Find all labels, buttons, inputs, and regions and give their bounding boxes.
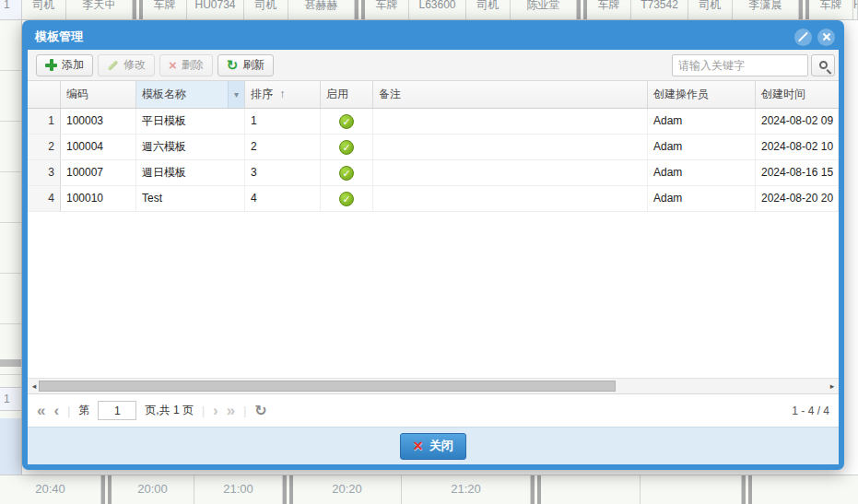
- green-check-icon: ✓: [339, 140, 354, 155]
- cell-operator: Adam: [648, 135, 756, 159]
- cell-remark: [373, 186, 648, 211]
- bg-cell: HU0734: [187, 0, 244, 19]
- header-code[interactable]: 编码: [61, 81, 136, 108]
- cell-enabled: ✓: [321, 186, 373, 211]
- cell-created: 2024-08-02 09: [756, 109, 839, 134]
- green-check-icon: ✓: [339, 192, 354, 206]
- table-row[interactable]: 1 100003 平日模板 1 ✓ Adam 2024-08-02 09: [28, 109, 839, 135]
- header-created[interactable]: 创建时间: [756, 81, 839, 108]
- table-row[interactable]: 2 100004 週六模板 2 ✓ Adam 2024-08-02 10: [28, 135, 839, 160]
- delete-button[interactable]: × 删除: [159, 54, 213, 76]
- cell-code: 100007: [61, 160, 136, 185]
- header-enabled[interactable]: 启用: [321, 81, 373, 108]
- minimize-icon[interactable]: [794, 29, 812, 46]
- cell-created: 2024-08-02 10: [756, 135, 839, 159]
- bg-cell: L63600: [409, 0, 466, 19]
- bg-cell: 车牌: [809, 0, 853, 19]
- background-left-column: 1: [0, 20, 22, 475]
- bg-cell: 车牌: [587, 0, 631, 19]
- delete-x-icon: ×: [169, 59, 177, 71]
- scroll-right-icon[interactable]: ▸: [826, 379, 839, 393]
- cell-rownum: 1: [28, 109, 61, 134]
- dialog-footer: × 关闭: [28, 427, 839, 464]
- total-pages-label: 页,共 1 页: [145, 403, 194, 418]
- divider: [531, 475, 541, 504]
- cell-operator: Adam: [648, 109, 756, 134]
- header-remark[interactable]: 备注: [373, 81, 648, 108]
- time-cell: [541, 475, 641, 504]
- cell-order: 4: [245, 186, 321, 211]
- add-button-label: 添加: [62, 57, 84, 73]
- cell-rownum: 2: [28, 135, 61, 159]
- header-order[interactable]: 排序 ↑: [245, 81, 321, 108]
- refresh-button-label: 刷新: [242, 57, 264, 73]
- time-cell: [641, 475, 742, 504]
- cell-remark: [373, 135, 648, 159]
- cell-order: 2: [245, 135, 321, 159]
- bg-selected-cell: [0, 418, 21, 475]
- table-row[interactable]: 4 100010 Test 4 ✓ Adam 2024-08-20 20: [28, 186, 839, 212]
- close-icon[interactable]: [817, 29, 835, 46]
- bg-cell: HU0545: [853, 0, 858, 19]
- header-rownum: [28, 81, 61, 108]
- bg-cell: 车牌: [365, 0, 409, 19]
- cell-code: 100010: [61, 186, 136, 211]
- cell-rownum: 3: [28, 160, 61, 185]
- last-page-icon[interactable]: »: [227, 403, 235, 419]
- cell-name: 平日模板: [136, 109, 245, 134]
- template-management-dialog: 模板管理 添加 修改 × 删除 ↻ 刷新 编码 模板: [22, 20, 844, 470]
- search-input[interactable]: [672, 54, 808, 76]
- divider: [283, 475, 293, 504]
- red-x-icon: ×: [413, 438, 423, 454]
- table-row[interactable]: 3 100007 週日模板 3 ✓ Adam 2024-08-16 15: [28, 160, 839, 186]
- dialog-title: 模板管理: [35, 29, 789, 45]
- cell-name: Test: [136, 186, 245, 211]
- chevron-down-icon[interactable]: ▾: [228, 81, 244, 108]
- bg-cell: 司机: [688, 0, 733, 19]
- time-cell: 20:00: [112, 475, 194, 504]
- cell-name: 週日模板: [136, 160, 245, 185]
- prev-page-icon[interactable]: ‹: [53, 403, 59, 419]
- cell-code: 100003: [61, 109, 136, 134]
- magnifier-icon: [819, 61, 828, 69]
- first-page-icon[interactable]: «: [37, 403, 45, 419]
- grid-body: 1 100003 平日模板 1 ✓ Adam 2024-08-02 09 2 1…: [28, 109, 839, 378]
- next-page-icon[interactable]: ›: [213, 403, 218, 419]
- record-range-label: 1 - 4 / 4: [792, 404, 829, 417]
- separator: |: [243, 404, 246, 417]
- add-button[interactable]: 添加: [36, 54, 93, 76]
- refresh-button[interactable]: ↻ 刷新: [217, 54, 275, 76]
- bg-row-number: 1: [0, 0, 22, 19]
- dialog-toolbar: 添加 修改 × 删除 ↻ 刷新: [28, 50, 839, 81]
- header-operator[interactable]: 创建操作员: [648, 81, 756, 108]
- divider: [799, 0, 809, 19]
- cell-created: 2024-08-16 15: [756, 160, 839, 185]
- bg-cell: 司机: [22, 0, 66, 19]
- grid-header: 编码 模板名称 ▾ 排序 ↑ 启用 备注 创建操作员 创建时间: [28, 81, 839, 109]
- dialog-titlebar[interactable]: 模板管理: [28, 26, 839, 50]
- bg-cell: 司机: [244, 0, 288, 19]
- green-check-icon: ✓: [339, 114, 354, 129]
- edit-button[interactable]: 修改: [98, 54, 155, 76]
- time-cell: 20:20: [293, 475, 402, 504]
- horizontal-scrollbar[interactable]: ◂ ▸: [28, 378, 839, 393]
- sort-asc-icon: ↑: [279, 88, 285, 100]
- search-button[interactable]: [811, 54, 835, 76]
- scrollbar-thumb[interactable]: [39, 381, 616, 392]
- bg-cell: T73542: [631, 0, 688, 19]
- header-order-label: 排序: [251, 88, 273, 100]
- separator: |: [67, 404, 70, 417]
- divider: [577, 0, 587, 19]
- cell-remark: [373, 160, 648, 185]
- pager-refresh-icon[interactable]: ↻: [254, 402, 266, 419]
- header-name[interactable]: 模板名称 ▾: [136, 81, 245, 108]
- cell-created: 2024-08-20 20: [756, 186, 839, 211]
- edit-button-label: 修改: [123, 57, 146, 73]
- delete-button-label: 删除: [182, 57, 204, 73]
- cell-enabled: ✓: [321, 109, 373, 134]
- divider: [355, 0, 365, 19]
- cell-enabled: ✓: [321, 160, 373, 185]
- pencil-icon: [107, 59, 118, 70]
- page-number-input[interactable]: [98, 401, 136, 420]
- close-button[interactable]: × 关闭: [400, 433, 466, 460]
